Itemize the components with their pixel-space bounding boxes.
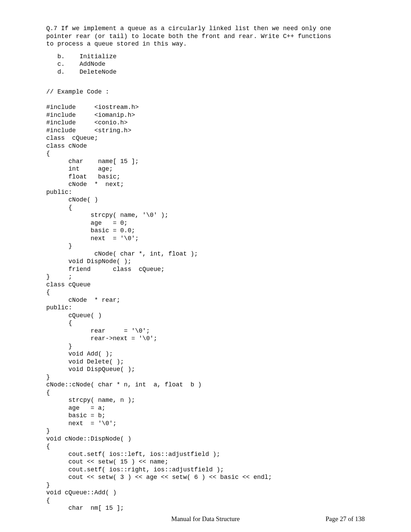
code-listing: // Example Code : #include <iostream.h> … [46, 88, 365, 512]
page-footer: Manual for Data Structure Page 27 of 138 [0, 515, 411, 523]
spacer [46, 76, 365, 88]
footer-title: Manual for Data Structure [171, 515, 240, 523]
footer-page-number: Page 27 of 138 [325, 515, 365, 523]
options-list: b. Initialize c. AddNode d. DeleteNode [46, 53, 365, 76]
document-page: Q.7 If we implement a queue as a circula… [0, 0, 411, 532]
question-text: Q.7 If we implement a queue as a circula… [46, 25, 365, 48]
